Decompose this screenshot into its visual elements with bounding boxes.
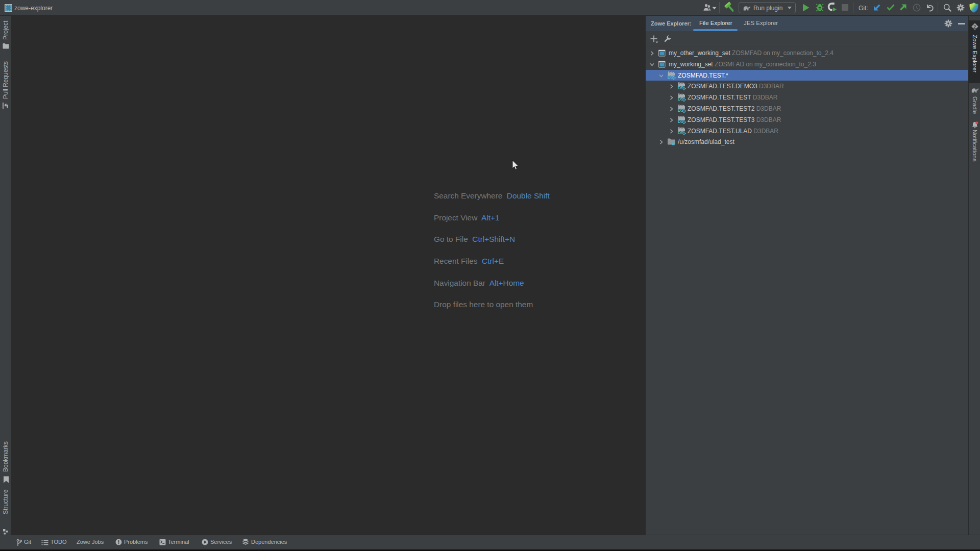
svg-text:DS: DS	[678, 130, 684, 135]
svg-text:DS: DS	[678, 119, 684, 124]
svg-text:Z: Z	[973, 24, 976, 30]
svg-text:DS: DS	[678, 97, 684, 102]
svg-text:DS: DS	[678, 108, 684, 113]
svg-text:DS: DS	[678, 86, 684, 91]
svg-text:DS: DS	[668, 74, 674, 80]
